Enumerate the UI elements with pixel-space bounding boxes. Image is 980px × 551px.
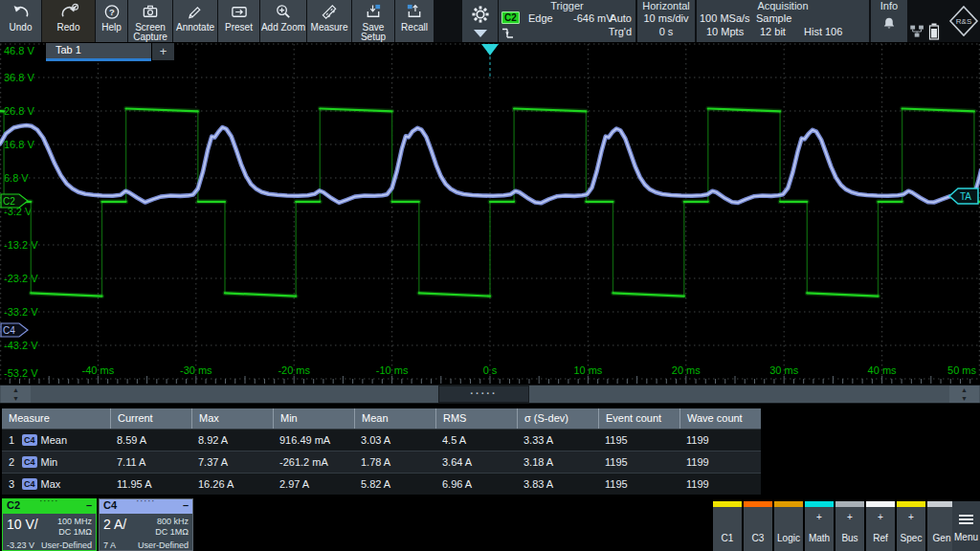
channel-c4-header[interactable]: C4 ····· –	[100, 499, 192, 514]
x-axis-label: -40 ms	[82, 364, 115, 376]
value-cell: 3.18 A	[517, 452, 598, 473]
help-button[interactable]: ? Help	[96, 0, 127, 42]
pencil-icon	[186, 3, 205, 21]
column-header[interactable]: Mean	[354, 408, 435, 429]
channel-c2-id: C2	[7, 499, 20, 511]
c2-marker-label: C2	[3, 196, 15, 207]
channel-widget-c4[interactable]: C4 ····· – 2 A/ 800 kHz DC 1MΩ 7 A User-…	[99, 498, 193, 551]
signal-button-c1[interactable]: C1	[713, 501, 742, 551]
value-cell: 6.96 A	[435, 474, 517, 495]
signal-button-spec[interactable]: +Spec	[897, 501, 925, 551]
oscilloscope-app: Undo Redo ? Help	[0, 0, 980, 551]
network-icon[interactable]	[909, 24, 925, 39]
recall-icon	[405, 3, 424, 21]
channel-c4-bandwidth: 800 kHz	[157, 517, 189, 526]
acquisition-panel[interactable]: Acquisition 100 MSa/s Sample 10 Mpts 12 …	[697, 0, 869, 42]
annotate-button[interactable]: Annotate	[173, 0, 217, 42]
column-header[interactable]: RMS	[435, 408, 517, 429]
column-header[interactable]: Wave count	[679, 408, 761, 429]
horizontal-scale: 10 ms/div	[637, 12, 695, 24]
value-cell: 1195	[598, 452, 679, 473]
channel-c4-minimize[interactable]: –	[183, 499, 189, 511]
y-axis-label: 16.8 V	[4, 139, 34, 150]
recall-label: Recall	[401, 23, 428, 33]
value-cell: 11.95 A	[110, 474, 191, 495]
waveform-display[interactable]: 46.8 V36.8 V26.8 V16.8 V6.8 V-3.2 V-13.2…	[0, 43, 980, 385]
rohde-schwarz-logo: R&S	[947, 4, 980, 38]
channel-widget-c2[interactable]: C2 ····· – 10 V/ 100 MHz DC 1MΩ -3.23 V …	[2, 498, 97, 551]
signal-button-label: C3	[744, 533, 772, 543]
plus-icon: +	[866, 513, 895, 522]
scrollbar-handle[interactable]: ·····	[438, 386, 529, 403]
add-tab-button[interactable]: +	[152, 43, 174, 60]
table-row[interactable]: 3C4Max11.95 A16.26 A2.97 A5.82 A6.96 A3.…	[2, 473, 761, 495]
measure-button[interactable]: Measure	[307, 0, 351, 42]
x-axis-label: 40 ms	[868, 364, 897, 376]
recall-button[interactable]: Recall	[395, 0, 434, 42]
save-setup-button[interactable]: Save Setup	[352, 0, 394, 42]
horizontal-scrollbar: ▲▼ ····· ▲▼	[0, 385, 980, 404]
table-row[interactable]: 1C4Mean8.59 A8.92 A916.49 mA3.03 A4.5 A3…	[2, 429, 761, 451]
channel-color-stripe	[835, 501, 864, 507]
trigger-mode: Auto	[610, 12, 632, 24]
acquisition-title: Acquisition	[697, 0, 869, 11]
channel-color-stripe	[805, 501, 834, 507]
undo-label: Undo	[10, 23, 33, 33]
camera-icon	[141, 3, 160, 21]
value-cell: -261.2 mA	[273, 452, 354, 473]
plus-icon: +	[897, 513, 925, 522]
tab-1[interactable]: Tab 1	[46, 43, 151, 61]
trigger-panel[interactable]: Trigger C2 Edge -646 mV Auto Trg'd	[499, 0, 635, 42]
signal-button-logic[interactable]: Logic	[774, 501, 803, 551]
preset-label: Preset	[225, 23, 253, 33]
trigger-position-marker	[481, 44, 499, 55]
x-axis-label: 20 ms	[672, 364, 701, 376]
scrollbar-right-button[interactable]: ▲▼	[949, 386, 979, 403]
svg-text:?: ?	[109, 7, 115, 17]
channel-c2-minimize[interactable]: –	[86, 499, 92, 511]
column-header[interactable]: Max	[191, 408, 273, 429]
add-zoom-button[interactable]: Add Zoom	[260, 0, 306, 42]
column-header[interactable]: Current	[110, 408, 191, 429]
channel-color-stripe	[713, 501, 742, 507]
table-row[interactable]: 2C4Min7.11 A7.37 A-261.2 mA1.78 A3.64 A3…	[2, 451, 761, 473]
signal-button-ref[interactable]: +Ref	[866, 501, 895, 551]
battery-icon[interactable]	[928, 23, 940, 40]
preset-icon	[230, 3, 249, 21]
undo-button[interactable]: Undo	[0, 0, 41, 42]
channel-c4-body: 2 A/ 800 kHz DC 1MΩ 7 A User-Defined	[100, 514, 192, 551]
screen-capture-label: Screen Capture	[128, 23, 172, 42]
value-cell: 3.33 A	[517, 430, 598, 451]
preset-button[interactable]: Preset	[218, 0, 259, 42]
column-header[interactable]: Measure	[2, 408, 110, 429]
column-header[interactable]: σ (S-dev)	[517, 408, 598, 429]
signal-button-c3[interactable]: C3	[744, 501, 772, 551]
signal-button-math[interactable]: +Math	[805, 501, 834, 551]
signal-button-bus[interactable]: +Bus	[835, 501, 864, 551]
info-panel[interactable]: Info	[871, 0, 907, 42]
signal-button-label: Math	[805, 533, 834, 543]
channel-c2-offset: -3.23 V	[7, 540, 34, 550]
redo-button[interactable]: Redo	[42, 0, 95, 42]
plus-icon: +	[835, 513, 864, 522]
x-axis-label: 0 s	[483, 364, 498, 376]
info-title: Info	[871, 0, 907, 11]
screen-capture-button[interactable]: Screen Capture	[128, 0, 172, 42]
value-cell: 3.64 A	[435, 452, 517, 473]
column-header[interactable]: Min	[273, 408, 354, 429]
menu-button[interactable]: Menu	[952, 501, 980, 551]
y-axis-label: 6.8 V	[4, 172, 29, 184]
drag-handle-icon: ·····	[137, 496, 156, 506]
drag-handle-icon: ·····	[40, 496, 59, 506]
channel-c4-probe: User-Defined	[138, 540, 189, 550]
settings-button[interactable]	[462, 0, 498, 42]
value-cell: 1195	[598, 474, 679, 495]
y-axis-label: -33.2 V	[4, 306, 38, 318]
channel-c2-header[interactable]: C2 ····· –	[3, 499, 96, 514]
save-setup-icon	[364, 3, 383, 21]
horizontal-panel[interactable]: Horizontal 10 ms/div 0 s	[637, 0, 695, 42]
column-header[interactable]: Event count	[598, 408, 679, 429]
measurement-table: MeasureCurrentMaxMinMeanRMSσ (S-dev)Even…	[2, 408, 761, 495]
scrollbar-left-button[interactable]: ▲▼	[1, 386, 31, 403]
channel-color-stripe	[744, 501, 772, 507]
